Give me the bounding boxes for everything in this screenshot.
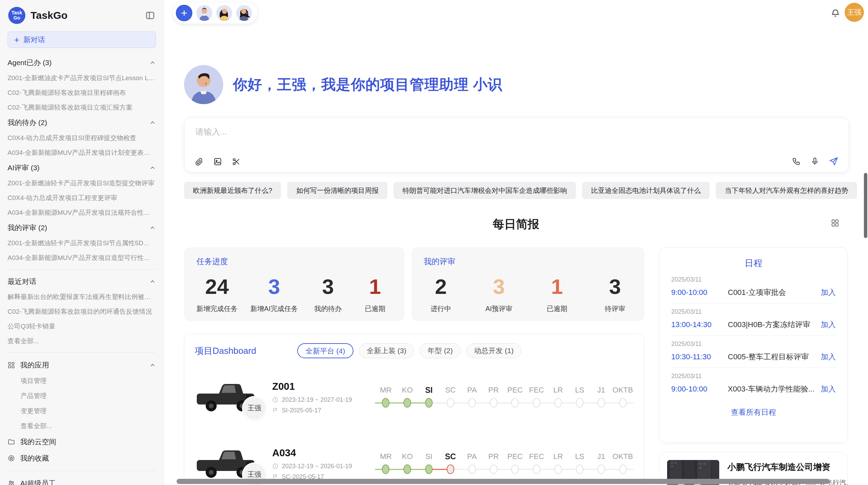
sidebar-item-cloud-space[interactable]: 我的云空间 [0, 434, 164, 450]
briefing-layout-icon[interactable] [831, 219, 840, 227]
recent-conversation-item[interactable]: 解释最新出台的欧盟报废车法规再生塑料比例被调至15%... [8, 289, 156, 304]
event-name: C001-立项审批会 [728, 287, 815, 298]
agent-avatar[interactable] [196, 5, 212, 21]
suggestion-chip[interactable]: 欧洲新规最近颁布了什么? [184, 182, 281, 199]
milestone-dot [447, 464, 454, 474]
milestone-label: PEC [504, 383, 526, 397]
app-submenu-item[interactable]: 查看全部... [0, 419, 164, 434]
chat-input-placeholder[interactable]: 请输入... [195, 126, 227, 137]
stat-value: 1 [358, 274, 392, 299]
sidebar-item-favorites[interactable]: 我的收藏 [0, 450, 164, 467]
app-submenu-item[interactable]: 产品管理 [0, 388, 164, 403]
phone-icon[interactable] [792, 157, 801, 166]
event-join-link[interactable]: 加入 [821, 352, 836, 362]
event-join-link[interactable]: 加入 [821, 320, 836, 330]
project-row[interactable]: 王强 A034 2023-12-19 ~ 2026-01-19 SC- [195, 436, 634, 485]
project-code: A034 [272, 447, 375, 459]
milestone-label: LR [547, 450, 569, 463]
project-info: A034 2023-12-19 ~ 2026-01-19 SC-2025-05-… [272, 447, 375, 481]
project-dates: 2023-12-19 ~ 2026-01-19 [282, 463, 352, 470]
suggestion-chip[interactable]: 比亚迪全固态电池计划具体说了什么 [582, 182, 710, 199]
chat-composer[interactable]: 请输入... [184, 117, 849, 173]
suggestion-chip[interactable]: 如何写一份清晰的项目周报 [287, 182, 387, 199]
project-owner-badge: 王强 [242, 396, 267, 421]
conversation-item[interactable]: Z001-全新燃油轻卡产品开发项目SI造型提交物评审 [8, 176, 156, 190]
view-all-schedule-link[interactable]: 查看所有日程 [671, 407, 836, 418]
sidebar-item-my-apps[interactable]: 我的应用 [0, 357, 164, 373]
event-time: 9:00-10:00 [671, 288, 728, 297]
event-name: C003|H0B-方案冻结评审 [728, 320, 815, 330]
conversation-item[interactable]: Z001-全新燃油皮卡产品开发项目SI节点Lesson Learn报告 [8, 71, 156, 85]
project-code: Z001 [272, 381, 375, 392]
sidebar-tool-item[interactable]: AI超级员工 [0, 475, 164, 485]
app-submenu-item[interactable]: 项目管理 [0, 373, 164, 388]
card-title: 我的评审 [424, 256, 632, 267]
stat-label: 进行中 [424, 304, 458, 313]
dashboard-tab[interactable]: 年型 (2) [420, 343, 461, 358]
notification-bell-icon[interactable] [831, 8, 840, 18]
suggestion-chip[interactable]: 特朗普可能对进口汽车增税会对中国车企造成哪些影响 [394, 182, 576, 199]
chevron-up-icon[interactable] [149, 362, 156, 369]
milestone-dot [533, 464, 540, 474]
conversation-item[interactable]: C02-飞腾新能源轻客改款项目里程碑画布 [8, 85, 156, 100]
stat-label: 已逾期 [358, 304, 392, 313]
sidebar-collapse-icon[interactable] [145, 10, 155, 21]
recent-conversation-item[interactable]: 公司Q3轻卡销量 [8, 319, 156, 334]
event-date: 2025/03/11 [671, 373, 836, 380]
main-area: + 王强 你好，王强，我是你的项目管理助理 小识 请输入... [164, 0, 868, 485]
microphone-icon[interactable] [810, 157, 819, 166]
event-time: 13:00-14:30 [671, 320, 728, 329]
scissors-icon[interactable] [232, 157, 241, 166]
image-icon[interactable] [213, 157, 222, 166]
apps-grid-icon [8, 361, 15, 369]
stat-value: 2 [424, 274, 458, 299]
milestone-label: MR [375, 383, 397, 397]
event-join-link[interactable]: 加入 [821, 287, 836, 298]
milestone-label: LR [547, 383, 569, 397]
user-avatar[interactable]: 王强 [845, 3, 864, 22]
new-chat-button[interactable]: + 新对话 [8, 32, 156, 48]
dashboard-tabs: 全新平台 (4)全新上装 (3)年型 (2)动总开发 (1) [297, 343, 521, 358]
conversation-item[interactable]: A034-全新新能源MUV产品开发项目法规符合性评审 [8, 205, 156, 220]
stat-item: 3 新增AI完成任务 [250, 274, 298, 313]
milestone-label: OKTB [612, 383, 634, 397]
milestone-dot [403, 464, 411, 474]
app-submenu-item[interactable]: 变更管理 [0, 403, 164, 419]
conversation-item[interactable]: Z001-全新燃油轻卡产品开发项目SI节点属性5D文件评审 [8, 236, 156, 250]
suggestion-chip[interactable]: 当下年轻人对汽车外观有怎样的喜好趋势 [716, 182, 857, 199]
project-row[interactable]: 王强 Z001 2023-12-19 ~ 2027-01-19 SI- [195, 370, 634, 425]
agent-avatar[interactable] [216, 5, 232, 21]
conversation-item[interactable]: C0X4-动力总成开发项目SI里程碑提交物检查 [8, 130, 156, 145]
conversation-item[interactable]: A034-全新新能源MUV产品开发项目造型可行性评审 [8, 250, 156, 265]
milestone-label: PA [461, 383, 483, 397]
agent-avatar[interactable] [236, 5, 252, 21]
recent-conversation-item[interactable]: 查看全部... [8, 334, 156, 348]
my-review-card: 我的评审 2 进行中 3 AI预评审 1 已逾期 3 [411, 247, 644, 321]
dashboard-tab[interactable]: 全新平台 (4) [297, 343, 353, 358]
milestone-dot [533, 398, 540, 408]
event-join-link[interactable]: 加入 [821, 384, 836, 394]
project-info: Z001 2023-12-19 ~ 2027-01-19 SI-2025-05-… [272, 381, 375, 414]
conversation-item[interactable]: A034-全新新能源MUV产品开发项目计划变更表编写 [8, 145, 156, 160]
card-title: 任务进度 [196, 256, 392, 267]
add-agent-button[interactable]: + [176, 5, 192, 21]
chevron-up-icon[interactable] [149, 278, 156, 285]
composer-left-icons [195, 157, 241, 166]
chevron-up-icon[interactable] [149, 59, 156, 66]
conversation-item[interactable]: C0X4-动力总成开发项目工程变更评审 [8, 190, 156, 205]
recent-conversation-item[interactable]: C02-飞腾新能源轻客改款项目的闭环通告反馈情况 [8, 304, 156, 319]
dashboard-tab[interactable]: 全新上装 (3) [359, 343, 414, 358]
attachment-icon[interactable] [195, 157, 204, 166]
send-icon[interactable] [829, 157, 839, 166]
horizontal-scrollbar[interactable] [177, 479, 830, 484]
conversation-item[interactable]: C02-飞腾新能源轻客改款项目立项汇报方案 [8, 100, 156, 115]
dashboard-tab[interactable]: 动总开发 (1) [466, 343, 522, 358]
chevron-up-icon[interactable] [149, 224, 156, 231]
milestone-label: PR [483, 383, 504, 397]
sidebar: Task Go TaskGo + 新对话 Agent已办 (3) Z001-全新… [0, 0, 164, 485]
event-time: 10:30-11:30 [671, 352, 728, 361]
chevron-up-icon[interactable] [149, 164, 156, 171]
section-title: AI评审 (3) [8, 163, 39, 173]
vertical-scrollbar[interactable] [864, 173, 867, 238]
chevron-up-icon[interactable] [149, 119, 156, 126]
